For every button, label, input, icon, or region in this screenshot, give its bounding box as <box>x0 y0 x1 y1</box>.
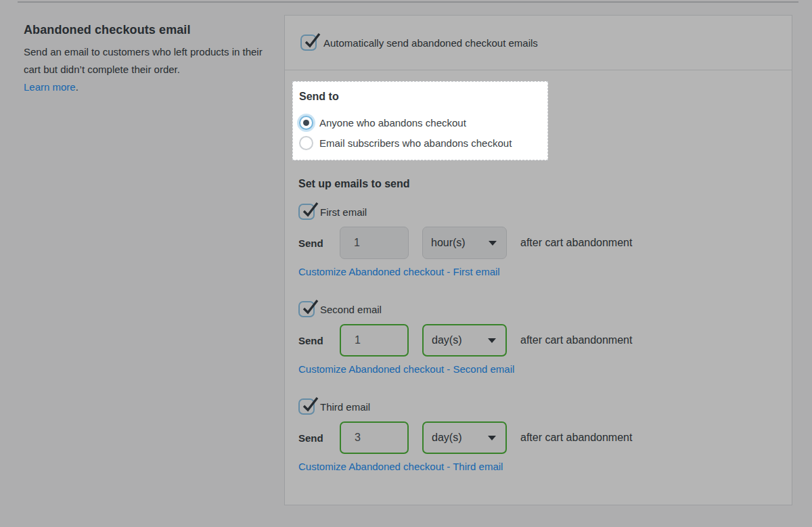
radio-option-subscribers-label[interactable]: Email subscribers who abandons checkout <box>319 137 512 149</box>
radio-selected-icon[interactable] <box>299 116 313 130</box>
checkmark-icon <box>300 298 319 318</box>
first-email-delay-input[interactable] <box>340 227 409 259</box>
after-cart-label: after cart abandonment <box>520 432 632 444</box>
checkmark-icon <box>300 201 319 221</box>
send-to-spotlight: Send to Anyone who abandons checkout Ema… <box>292 81 548 160</box>
send-label: Send <box>298 432 326 444</box>
radio-unselected-icon[interactable] <box>299 136 313 150</box>
checkmark-icon <box>300 396 319 415</box>
radio-option-anyone-label[interactable]: Anyone who abandons checkout <box>319 117 466 129</box>
first-email-unit-select[interactable]: hour(s) <box>422 227 507 259</box>
send-label: Send <box>298 237 326 249</box>
second-email-block: Second email Send day(s) after cart aban… <box>298 301 778 376</box>
after-cart-label: after cart abandonment <box>520 237 632 249</box>
radio-option-anyone[interactable]: Anyone who abandons checkout <box>299 116 547 130</box>
chevron-down-icon <box>488 436 496 440</box>
third-email-checkbox[interactable] <box>298 398 315 415</box>
second-email-label[interactable]: Second email <box>320 304 382 315</box>
learn-more-link[interactable]: Learn more <box>24 81 76 93</box>
checkmark-icon <box>302 32 321 51</box>
third-email-block: Third email Send day(s) after cart aband… <box>298 398 778 474</box>
second-email-unit-select[interactable]: day(s) <box>422 324 507 357</box>
section-title: Abandoned checkouts email <box>24 23 269 37</box>
third-email-delay-input[interactable] <box>340 421 409 454</box>
third-email-unit-select[interactable]: day(s) <box>422 421 507 454</box>
first-email-block: First email Send hour(s) after cart aban… <box>298 204 778 279</box>
section-divider <box>18 1 798 3</box>
auto-send-checkbox[interactable] <box>300 35 317 51</box>
send-to-title: Send to <box>299 91 547 103</box>
settings-page: Abandoned checkouts email Send an email … <box>0 0 812 527</box>
auto-send-label[interactable]: Automatically send abandoned checkout em… <box>323 37 538 49</box>
customize-third-email-link[interactable]: Customize Abandoned checkout - Third ema… <box>298 460 503 474</box>
chevron-down-icon <box>489 241 497 246</box>
unit-select-value: day(s) <box>432 432 488 444</box>
unit-select-value: day(s) <box>432 334 488 346</box>
first-email-label[interactable]: First email <box>320 206 367 218</box>
auto-send-row: Automatically send abandoned checkout em… <box>285 16 792 70</box>
after-cart-label: after cart abandonment <box>520 334 632 346</box>
first-email-checkbox[interactable] <box>298 204 315 220</box>
radio-option-subscribers[interactable]: Email subscribers who abandons checkout <box>299 136 547 150</box>
section-description: Send an email to customers who left prod… <box>24 43 269 78</box>
customize-first-email-link[interactable]: Customize Abandoned checkout - First ema… <box>298 265 500 279</box>
setup-emails-title: Set up emails to send <box>298 178 778 190</box>
section-description-panel: Abandoned checkouts email Send an email … <box>24 23 269 96</box>
chevron-down-icon <box>488 338 496 343</box>
customize-second-email-link[interactable]: Customize Abandoned checkout - Second em… <box>298 363 514 376</box>
second-email-delay-input[interactable] <box>340 324 409 357</box>
send-label: Send <box>298 335 326 346</box>
unit-select-value: hour(s) <box>431 237 489 249</box>
third-email-label[interactable]: Third email <box>320 401 370 413</box>
second-email-checkbox[interactable] <box>298 301 315 317</box>
learn-more-period: . <box>76 81 78 93</box>
